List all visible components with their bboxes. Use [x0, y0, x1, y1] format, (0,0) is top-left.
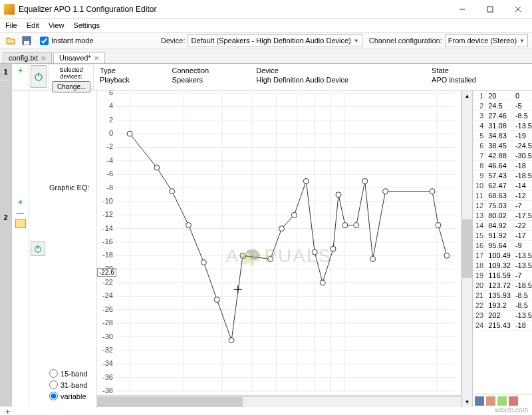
- svg-point-79: [320, 280, 325, 285]
- band-options: 15-band 31-band variable: [49, 369, 94, 404]
- row-num-2[interactable]: 2: [0, 80, 11, 406]
- table-row[interactable]: 18109.32-13.5: [473, 261, 533, 271]
- scroll-thumb[interactable]: [462, 219, 472, 279]
- scroll-up-icon[interactable]: ▲: [462, 90, 472, 101]
- table-row[interactable]: 1484.92-22: [473, 221, 533, 231]
- edit-icon[interactable]: [15, 219, 26, 228]
- eq-side-panel: Graphic EQ: 15-band 31-band variable: [47, 90, 96, 407]
- chevron-down-icon: ▼: [354, 38, 359, 44]
- table-row[interactable]: 1168.63-12: [473, 191, 533, 201]
- svg-point-80: [331, 246, 336, 251]
- svg-text:-4: -4: [106, 156, 113, 164]
- table-row[interactable]: 534.83-19: [473, 131, 533, 141]
- scroll-thumb[interactable]: [97, 397, 243, 407]
- menu-settings[interactable]: Settings: [73, 21, 100, 29]
- band-variable[interactable]: variable: [49, 392, 94, 400]
- svg-text:-6: -6: [106, 170, 113, 178]
- chart-svg[interactable]: 6420-2-4-6-8-10-12-14-16-18-20-22-24-26-…: [97, 90, 461, 394]
- table-row[interactable]: 19116.59-7: [473, 271, 533, 281]
- device-value: Default (Speakers - High Definition Audi…: [191, 37, 350, 45]
- maximize-button[interactable]: [476, 0, 504, 19]
- data-table[interactable]: 1200224.5-5327.46-8.5431.08-13.5534.83-1…: [473, 90, 532, 394]
- export-icon[interactable]: [497, 396, 507, 406]
- chcfg-combo[interactable]: From device (Stereo) ▼: [445, 34, 528, 47]
- title-bar: Equalizer APO 1.1 Configuration Editor: [0, 0, 532, 19]
- scroll-down-icon[interactable]: ▼: [462, 396, 472, 407]
- table-row[interactable]: 23202-13.5: [473, 311, 533, 321]
- table-row[interactable]: 1695.64-9: [473, 241, 533, 251]
- svg-point-69: [186, 223, 192, 228]
- close-icon[interactable]: ✕: [41, 55, 46, 62]
- eq-chart[interactable]: A🐢PUALS 6420-2-4-6-8-10-12-14-16-18-20-2…: [96, 90, 462, 407]
- svg-text:4: 4: [109, 102, 113, 110]
- table-row[interactable]: 1591.92-17: [473, 231, 533, 241]
- table-row[interactable]: 638.45-24.5: [473, 141, 533, 151]
- svg-text:-38: -38: [102, 386, 113, 394]
- table-tools: [473, 394, 532, 407]
- svg-text:-36: -36: [102, 373, 113, 381]
- power-button[interactable]: [31, 65, 47, 88]
- table-row[interactable]: 846.64-18: [473, 161, 533, 171]
- svg-point-70: [201, 260, 206, 265]
- table-row[interactable]: 957.43-18.5: [473, 171, 533, 181]
- table-row[interactable]: 1200: [473, 91, 533, 101]
- save-icon[interactable]: [20, 34, 33, 47]
- power-button[interactable]: [31, 241, 45, 256]
- device-combo[interactable]: Default (Speakers - High Definition Audi…: [188, 34, 362, 47]
- plus-icon[interactable]: ＋: [17, 197, 24, 207]
- plus-icon[interactable]: ＋: [17, 65, 24, 75]
- table-row[interactable]: 327.46-8.5: [473, 111, 533, 121]
- table-row[interactable]: 742.88-30.5: [473, 151, 533, 161]
- open-icon[interactable]: [4, 34, 17, 47]
- svg-point-75: [279, 226, 285, 231]
- table-row[interactable]: 22193.2-8.5: [473, 301, 533, 311]
- svg-text:0: 0: [109, 129, 113, 137]
- table-row[interactable]: 1380.02-17.5: [473, 211, 533, 221]
- selected-devices-panel: Selected devices: Change...: [49, 65, 94, 89]
- table-row[interactable]: 17100.49-13.5: [473, 251, 533, 261]
- save-icon[interactable]: [475, 396, 484, 406]
- table-row[interactable]: Playback Speakers High Definition Audio …: [100, 76, 527, 84]
- menu-file[interactable]: File: [5, 21, 17, 29]
- instant-mode-checkbox[interactable]: Instant mode: [40, 37, 94, 45]
- table-row[interactable]: 21135.93-8.5: [473, 291, 533, 301]
- eq-row: ＋ — Graphic EQ: 15-band 31-band variable…: [12, 90, 532, 407]
- watermark: wsxdn.com: [495, 406, 528, 414]
- svg-rect-5: [24, 41, 29, 45]
- tab-unsaved[interactable]: Unsaved* ✕: [53, 52, 105, 63]
- v-scrollbar[interactable]: ▲ ▼: [462, 90, 472, 407]
- minimize-button[interactable]: [448, 0, 476, 19]
- table-row[interactable]: 1062.47-14: [473, 181, 533, 191]
- plus-icon[interactable]: ＋: [4, 406, 11, 416]
- table-row[interactable]: 1275.03-7: [473, 201, 533, 211]
- svg-rect-1: [487, 7, 493, 12]
- minus-icon[interactable]: —: [17, 209, 24, 217]
- device-label: Device:: [161, 37, 186, 45]
- menu-view[interactable]: View: [49, 21, 65, 29]
- tab-config[interactable]: config.txt ✕: [3, 52, 52, 63]
- table-row[interactable]: 24215.43-18: [473, 321, 533, 331]
- h-scrollbar[interactable]: [97, 396, 461, 407]
- col-connection: Connection: [172, 67, 255, 74]
- window-title: Equalizer APO 1.1 Configuration Editor: [19, 5, 448, 14]
- svg-point-68: [170, 189, 175, 194]
- svg-point-82: [342, 223, 348, 228]
- svg-point-85: [370, 256, 376, 261]
- close-button[interactable]: [504, 0, 532, 19]
- svg-text:-18: -18: [102, 251, 113, 259]
- svg-point-71: [214, 297, 219, 303]
- reset-icon[interactable]: [509, 396, 518, 406]
- band-15[interactable]: 15-band: [49, 369, 94, 378]
- import-icon[interactable]: [486, 396, 495, 406]
- menu-edit[interactable]: Edit: [27, 21, 39, 29]
- row-num-1[interactable]: 1: [0, 64, 11, 80]
- instant-mode-input[interactable]: [40, 37, 49, 45]
- table-row[interactable]: 224.5-5: [473, 101, 533, 111]
- table-row[interactable]: 20123.72-18.5: [473, 281, 533, 291]
- table-row[interactable]: 431.08-13.5: [473, 121, 533, 131]
- band-31[interactable]: 31-band: [49, 380, 94, 389]
- svg-text:-28: -28: [102, 319, 113, 327]
- svg-point-81: [336, 192, 341, 198]
- close-icon[interactable]: ✕: [94, 55, 99, 62]
- svg-point-78: [312, 249, 317, 255]
